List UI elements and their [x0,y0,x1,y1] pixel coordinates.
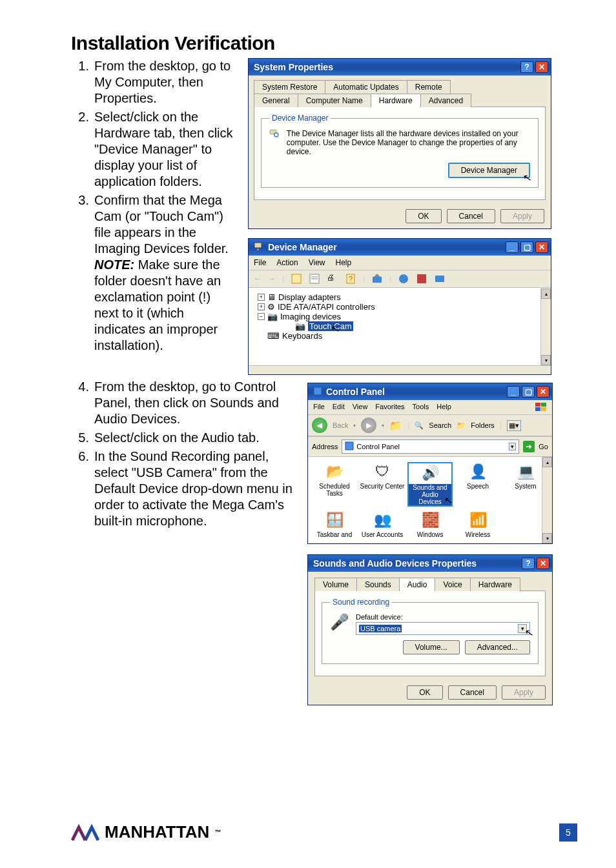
tab-advanced[interactable]: Advanced [420,94,471,107]
tab-sounds[interactable]: Sounds [356,578,400,591]
scrollbar[interactable]: ▴ ▾ [540,288,551,365]
toolbar-icon[interactable] [291,273,302,285]
apply-button[interactable]: Apply [502,685,546,700]
step-1: 1.From the desktop, go to My Computer, t… [75,58,238,106]
titlebar[interactable]: System Properties ? ✕ [249,59,551,76]
toolbar-icon[interactable] [398,273,409,285]
svg-rect-11 [373,277,382,283]
maximize-icon[interactable]: ▢ [522,386,535,398]
scroll-up-icon[interactable]: ▴ [541,288,551,299]
print-icon[interactable]: 🖨 [327,273,338,285]
tab-audio[interactable]: Audio [399,578,436,591]
cancel-button[interactable]: Cancel [448,685,497,700]
imaging-devices-icon: 📷 [267,312,278,321]
step-6: 6.In the Sound Recording panel, select "… [75,449,296,529]
menubar: File Action View Help [249,256,551,270]
scan-icon[interactable] [371,273,383,285]
menu-help[interactable]: Help [336,258,352,267]
tab-computer-name[interactable]: Computer Name [298,94,371,107]
titlebar[interactable]: Sounds and Audio Devices Properties ? ✕ [308,555,552,572]
properties-icon[interactable] [309,273,320,285]
cp-icon-wireless[interactable]: 📶Wireless [455,510,500,538]
touch-cam-item[interactable]: Touch Cam [308,321,353,331]
menu-action[interactable]: Action [276,258,298,267]
cp-icon-sounds-audio[interactable]: 🔊Sounds and Audio Devices↖ [407,462,453,507]
menu-view[interactable]: View [353,403,368,412]
menu-tools[interactable]: Tools [413,403,429,412]
help-icon[interactable]: ? [522,558,535,569]
expand-icon[interactable]: + [258,303,265,310]
cp-icon-scheduled-tasks[interactable]: 📂Scheduled Tasks [312,462,357,507]
toolbar-icon[interactable] [434,273,446,285]
collapse-icon[interactable]: − [258,313,265,320]
scroll-down-icon[interactable]: ▾ [541,355,551,365]
search-icon[interactable]: 🔍 [415,421,424,430]
folders-icon[interactable]: 📁 [457,421,466,430]
control-panel-icon [345,441,354,452]
step-3: 3. Confirm that the Mega Cam (or "Touch … [75,192,238,354]
advanced-button[interactable]: Advanced... [465,640,530,654]
scroll-down-icon[interactable]: ▾ [542,533,552,543]
page-number: 5 [559,823,577,842]
minimize-icon[interactable]: _ [506,241,518,253]
svg-text:?: ? [349,275,353,283]
go-button[interactable]: ➔ [523,441,535,452]
menu-help[interactable]: Help [436,403,451,412]
scroll-up-icon[interactable]: ▴ [542,457,552,467]
menu-file[interactable]: File [254,258,266,267]
cp-icon-taskbar[interactable]: 🪟Taskbar and [312,510,357,538]
ok-button[interactable]: OK [406,209,441,223]
menu-favorites[interactable]: Favorites [375,403,404,412]
apply-button[interactable]: Apply [500,209,544,223]
tab-voice[interactable]: Voice [435,578,470,591]
menu-file[interactable]: File [313,403,325,412]
window-title: Control Panel [326,387,385,397]
up-folder-icon[interactable]: 📁 [389,419,402,432]
cp-icon-speech[interactable]: 👤Speech [455,462,500,507]
back-arrow-icon[interactable]: ← [254,274,262,283]
titlebar[interactable]: Device Manager _ ▢ ✕ [249,239,551,256]
tab-automatic-updates[interactable]: Automatic Updates [325,80,407,94]
tab-hardware[interactable]: Hardware [371,94,421,107]
close-icon[interactable]: ✕ [537,558,549,569]
menu-view[interactable]: View [309,258,325,267]
cp-icon-user-accounts[interactable]: 👥User Accounts [360,510,405,538]
tab-hardware[interactable]: Hardware [470,578,520,591]
svg-marker-12 [374,274,380,277]
close-icon[interactable]: ✕ [535,241,548,253]
address-input[interactable]: Control Panel ▾ [342,439,519,454]
menu-edit[interactable]: Edit [333,403,345,412]
minimize-icon[interactable]: _ [507,386,520,398]
help-icon[interactable]: ? [520,61,533,73]
default-device-select[interactable]: USB camera ▾ ↖ [356,622,530,635]
svg-rect-15 [435,276,444,282]
titlebar[interactable]: Control Panel _ ▢ ✕ [308,383,552,400]
close-icon[interactable]: ✕ [535,61,548,73]
tab-volume[interactable]: Volume [314,578,357,591]
device-tree[interactable]: +🖥Display adapters +⚙IDE ATA/ATAPI contr… [249,288,551,365]
forward-button[interactable]: ► [361,418,376,433]
back-button[interactable]: ◄ [312,418,327,433]
close-icon[interactable]: ✕ [537,386,549,398]
svg-rect-17 [535,403,540,407]
maximize-icon[interactable]: ▢ [520,241,533,253]
toolbar-icon[interactable] [416,273,427,285]
cp-icon-windows[interactable]: 🧱Windows [407,510,453,538]
window-title: System Properties [254,62,333,72]
device-manager-button[interactable]: Device Manager [448,163,530,178]
tab-general[interactable]: General [254,94,298,107]
views-icon[interactable]: ▦▾ [507,420,521,431]
expand-icon[interactable]: + [258,294,265,301]
chevron-down-icon[interactable]: ▾ [509,443,516,450]
device-manager-icon [269,129,280,148]
cp-icon-security-center[interactable]: 🛡Security Center [360,462,405,507]
cancel-button[interactable]: Cancel [447,209,495,223]
volume-button[interactable]: Volume... [403,640,460,654]
tab-system-restore[interactable]: System Restore [254,80,325,94]
forward-arrow-icon[interactable]: → [268,274,276,283]
tab-remote[interactable]: Remote [407,80,451,94]
ok-button[interactable]: OK [407,685,442,700]
scrollbar[interactable]: ▴ ▾ [542,457,552,543]
chevron-down-icon[interactable]: ▾ [518,624,527,633]
help-toolbar-icon[interactable]: ? [345,273,356,285]
